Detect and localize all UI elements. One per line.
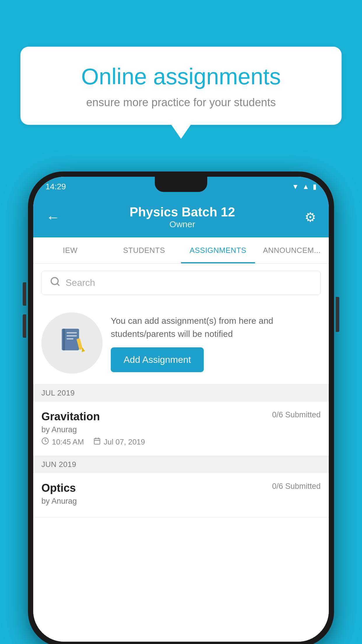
tab-students[interactable]: STUDENTS [107, 237, 181, 263]
speech-bubble-container: Online assignments ensure more practice … [20, 47, 342, 125]
back-button[interactable]: ← [46, 209, 60, 225]
assignment-header-optics: Optics 0/6 Submitted [41, 482, 321, 494]
speech-bubble: Online assignments ensure more practice … [20, 47, 342, 125]
batch-title: Physics Batch 12 [130, 205, 235, 219]
header-center: Physics Batch 12 Owner [130, 205, 235, 229]
tab-assignments[interactable]: ASSIGNMENTS [181, 237, 255, 263]
svg-rect-6 [66, 338, 73, 340]
phone-frame: 14:29 ▼ ▲ ▮ ← Physics Batch 12 Owner ⚙ I… [28, 172, 334, 644]
search-container: Search [33, 264, 329, 302]
tab-announcements[interactable]: ANNOUNCEM... [255, 237, 329, 263]
search-bar[interactable]: Search [41, 271, 321, 295]
signal-icon: ▲ [302, 183, 309, 191]
phone-screen: 14:29 ▼ ▲ ▮ ← Physics Batch 12 Owner ⚙ I… [33, 177, 329, 642]
svg-rect-4 [66, 332, 77, 333]
svg-line-1 [57, 284, 59, 286]
promo-text: You can add assignment(s) from here and … [111, 314, 321, 340]
volume-up-button[interactable] [23, 282, 26, 306]
svg-rect-10 [94, 438, 100, 444]
search-placeholder: Search [66, 277, 95, 288]
settings-button[interactable]: ⚙ [305, 210, 316, 225]
meta-date: Jul 07, 2019 [93, 437, 145, 447]
promo-section: You can add assignment(s) from here and … [33, 302, 329, 384]
tabs-bar: IEW STUDENTS ASSIGNMENTS ANNOUNCEM... [33, 237, 329, 264]
notebook-icon [58, 326, 86, 360]
status-time: 14:29 [45, 182, 66, 191]
tab-view[interactable]: IEW [33, 237, 107, 263]
power-button[interactable] [336, 297, 339, 332]
assignment-title-optics: Optics [41, 482, 76, 494]
volume-down-button[interactable] [23, 314, 26, 338]
assignment-date: Jul 07, 2019 [104, 438, 145, 447]
meta-time: 10:45 AM [41, 437, 84, 447]
promo-icon-circle [41, 312, 103, 374]
assignment-submitted: 0/6 Submitted [272, 410, 321, 419]
app-header: ← Physics Batch 12 Owner ⚙ [33, 197, 329, 237]
calendar-icon [93, 437, 101, 447]
assignment-title: Gravitation [41, 410, 100, 423]
batch-subtitle: Owner [130, 219, 235, 229]
month-separator-jun: JUN 2019 [33, 456, 329, 473]
phone-notch [155, 177, 207, 192]
svg-rect-5 [66, 335, 77, 336]
assignment-item-optics[interactable]: Optics 0/6 Submitted by Anurag [33, 473, 329, 518]
assignment-item-gravitation[interactable]: Gravitation 0/6 Submitted by Anurag 10:4… [33, 402, 329, 456]
month-separator-jul: JUL 2019 [33, 384, 329, 402]
assignment-meta: 10:45 AM Jul 07, 2019 [41, 437, 321, 447]
search-icon [50, 276, 60, 289]
assignment-submitted-optics: 0/6 Submitted [272, 482, 321, 491]
add-assignment-button[interactable]: Add Assignment [111, 347, 204, 372]
promo-right: You can add assignment(s) from here and … [111, 314, 321, 372]
wifi-icon: ▼ [292, 183, 299, 191]
assignment-header: Gravitation 0/6 Submitted [41, 410, 321, 423]
assignment-by-optics: by Anurag [41, 497, 321, 506]
status-icons: ▼ ▲ ▮ [292, 183, 317, 191]
battery-icon: ▮ [313, 183, 317, 191]
assignment-by: by Anurag [41, 425, 321, 434]
speech-bubble-subtitle: ensure more practice for your students [41, 96, 321, 109]
content-area: Search [33, 264, 329, 642]
assignment-time: 10:45 AM [52, 438, 84, 447]
svg-rect-3 [63, 329, 65, 350]
speech-bubble-title: Online assignments [41, 64, 321, 89]
clock-icon [41, 437, 49, 447]
